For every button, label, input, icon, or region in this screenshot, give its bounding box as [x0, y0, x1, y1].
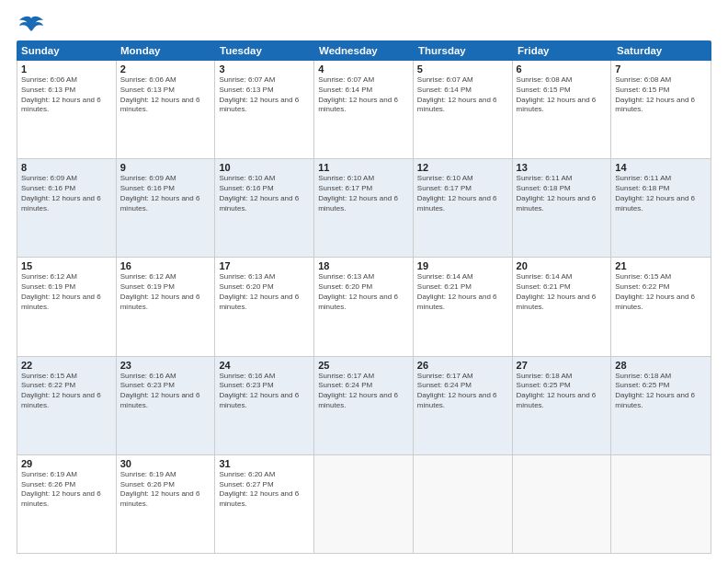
day-number: 11 — [318, 162, 409, 173]
cell-info: Sunrise: 6:09 AMSunset: 6:16 PMDaylight:… — [21, 174, 112, 213]
cell-info: Sunrise: 6:16 AMSunset: 6:23 PMDaylight:… — [219, 372, 310, 411]
cell-info: Sunrise: 6:13 AMSunset: 6:20 PMDaylight:… — [219, 272, 310, 312]
cell-info: Sunrise: 6:07 AMSunset: 6:13 PMDaylight:… — [219, 75, 310, 115]
day-number: 28 — [615, 360, 707, 371]
day-number: 19 — [417, 260, 508, 271]
calendar-cell: 21Sunrise: 6:15 AMSunset: 6:22 PMDayligh… — [611, 258, 711, 355]
calendar-cell: 4Sunrise: 6:07 AMSunset: 6:14 PMDaylight… — [314, 61, 414, 158]
calendar-cell: 10Sunrise: 6:10 AMSunset: 6:16 PMDayligh… — [215, 159, 314, 257]
cell-info: Sunrise: 6:14 AMSunset: 6:21 PMDaylight:… — [517, 272, 608, 312]
cell-info: Sunrise: 6:15 AMSunset: 6:22 PMDaylight:… — [21, 372, 112, 411]
weekday-header-wednesday: Wednesday — [314, 40, 414, 61]
calendar-cell: 16Sunrise: 6:12 AMSunset: 6:19 PMDayligh… — [117, 258, 216, 355]
day-number: 27 — [517, 360, 608, 371]
day-number: 7 — [615, 63, 707, 75]
day-number: 22 — [21, 360, 112, 371]
day-number: 31 — [219, 458, 310, 469]
weekday-header-thursday: Thursday — [414, 40, 513, 61]
cell-info: Sunrise: 6:19 AMSunset: 6:26 PMDaylight:… — [21, 470, 112, 510]
calendar-cell: 29Sunrise: 6:19 AMSunset: 6:26 PMDayligh… — [17, 455, 117, 553]
cell-info: Sunrise: 6:20 AMSunset: 6:27 PMDaylight:… — [219, 470, 310, 510]
cell-info: Sunrise: 6:10 AMSunset: 6:17 PMDaylight:… — [417, 174, 508, 213]
cell-info: Sunrise: 6:11 AMSunset: 6:18 PMDaylight:… — [517, 174, 608, 213]
cell-info: Sunrise: 6:12 AMSunset: 6:19 PMDaylight:… — [120, 272, 211, 312]
cell-info: Sunrise: 6:08 AMSunset: 6:15 PMDaylight:… — [517, 75, 608, 115]
cell-info: Sunrise: 6:07 AMSunset: 6:14 PMDaylight:… — [417, 75, 508, 115]
page-header — [17, 17, 711, 31]
calendar-cell: 28Sunrise: 6:18 AMSunset: 6:25 PMDayligh… — [611, 357, 711, 454]
calendar-cell: 24Sunrise: 6:16 AMSunset: 6:23 PMDayligh… — [215, 357, 314, 454]
cell-info: Sunrise: 6:16 AMSunset: 6:23 PMDaylight:… — [120, 372, 211, 411]
calendar-cell — [513, 455, 612, 553]
weekday-header-sunday: Sunday — [17, 40, 116, 61]
day-number: 8 — [21, 162, 112, 173]
day-number: 15 — [21, 260, 112, 271]
day-number: 10 — [219, 162, 310, 173]
calendar-cell: 14Sunrise: 6:11 AMSunset: 6:18 PMDayligh… — [611, 159, 711, 257]
weekday-header-monday: Monday — [116, 40, 215, 61]
calendar-cell: 1Sunrise: 6:06 AMSunset: 6:13 PMDaylight… — [17, 61, 117, 158]
cell-info: Sunrise: 6:19 AMSunset: 6:26 PMDaylight:… — [120, 470, 211, 510]
cell-info: Sunrise: 6:11 AMSunset: 6:18 PMDaylight:… — [615, 174, 707, 213]
day-number: 26 — [417, 360, 508, 371]
cell-info: Sunrise: 6:18 AMSunset: 6:25 PMDaylight:… — [517, 372, 608, 411]
calendar-cell: 2Sunrise: 6:06 AMSunset: 6:13 PMDaylight… — [117, 61, 216, 158]
logo — [17, 17, 44, 31]
calendar-cell: 3Sunrise: 6:07 AMSunset: 6:13 PMDaylight… — [215, 61, 314, 158]
cell-info: Sunrise: 6:10 AMSunset: 6:16 PMDaylight:… — [219, 174, 310, 213]
calendar-cell: 30Sunrise: 6:19 AMSunset: 6:26 PMDayligh… — [117, 455, 216, 553]
calendar-cell: 31Sunrise: 6:20 AMSunset: 6:27 PMDayligh… — [215, 455, 314, 553]
calendar-cell: 11Sunrise: 6:10 AMSunset: 6:17 PMDayligh… — [314, 159, 414, 257]
day-number: 3 — [219, 63, 310, 75]
day-number: 18 — [318, 260, 409, 271]
calendar-cell: 25Sunrise: 6:17 AMSunset: 6:24 PMDayligh… — [314, 357, 414, 454]
day-number: 13 — [517, 162, 608, 173]
calendar-cell: 5Sunrise: 6:07 AMSunset: 6:14 PMDaylight… — [414, 61, 513, 158]
calendar-cell — [611, 455, 711, 553]
calendar-cell — [414, 455, 513, 553]
calendar-cell: 19Sunrise: 6:14 AMSunset: 6:21 PMDayligh… — [414, 258, 513, 355]
cell-info: Sunrise: 6:17 AMSunset: 6:24 PMDaylight:… — [318, 372, 409, 411]
weekday-header-friday: Friday — [513, 40, 612, 61]
calendar-cell: 7Sunrise: 6:08 AMSunset: 6:15 PMDaylight… — [611, 61, 711, 158]
day-number: 16 — [120, 260, 211, 271]
cell-info: Sunrise: 6:15 AMSunset: 6:22 PMDaylight:… — [615, 272, 707, 312]
calendar-page: SundayMondayTuesdayWednesdayThursdayFrid… — [0, 0, 728, 563]
calendar-cell: 23Sunrise: 6:16 AMSunset: 6:23 PMDayligh… — [117, 357, 216, 454]
cell-info: Sunrise: 6:14 AMSunset: 6:21 PMDaylight:… — [417, 272, 508, 312]
calendar-cell — [314, 455, 414, 553]
calendar-cell: 17Sunrise: 6:13 AMSunset: 6:20 PMDayligh… — [215, 258, 314, 355]
calendar-row-4: 22Sunrise: 6:15 AMSunset: 6:22 PMDayligh… — [17, 357, 711, 455]
weekday-header-saturday: Saturday — [612, 40, 711, 61]
calendar-cell: 22Sunrise: 6:15 AMSunset: 6:22 PMDayligh… — [17, 357, 117, 454]
day-number: 30 — [120, 458, 211, 469]
logo-bird-icon — [18, 15, 44, 35]
day-number: 14 — [615, 162, 707, 173]
calendar-cell: 8Sunrise: 6:09 AMSunset: 6:16 PMDaylight… — [17, 159, 117, 257]
day-number: 29 — [21, 458, 112, 469]
calendar-row-5: 29Sunrise: 6:19 AMSunset: 6:26 PMDayligh… — [17, 455, 711, 553]
calendar-body: 1Sunrise: 6:06 AMSunset: 6:13 PMDaylight… — [17, 61, 711, 554]
cell-info: Sunrise: 6:13 AMSunset: 6:20 PMDaylight:… — [318, 272, 409, 312]
calendar-cell: 12Sunrise: 6:10 AMSunset: 6:17 PMDayligh… — [414, 159, 513, 257]
calendar-row-1: 1Sunrise: 6:06 AMSunset: 6:13 PMDaylight… — [17, 61, 711, 159]
day-number: 2 — [120, 63, 211, 75]
day-number: 24 — [219, 360, 310, 371]
day-number: 6 — [517, 63, 608, 75]
day-number: 1 — [21, 63, 112, 75]
day-number: 21 — [615, 260, 707, 271]
cell-info: Sunrise: 6:08 AMSunset: 6:15 PMDaylight:… — [615, 75, 707, 115]
cell-info: Sunrise: 6:12 AMSunset: 6:19 PMDaylight:… — [21, 272, 112, 312]
day-number: 20 — [517, 260, 608, 271]
cell-info: Sunrise: 6:09 AMSunset: 6:16 PMDaylight:… — [120, 174, 211, 213]
weekday-header-tuesday: Tuesday — [215, 40, 314, 61]
calendar-row-2: 8Sunrise: 6:09 AMSunset: 6:16 PMDaylight… — [17, 159, 711, 258]
cell-info: Sunrise: 6:07 AMSunset: 6:14 PMDaylight:… — [318, 75, 409, 115]
cell-info: Sunrise: 6:06 AMSunset: 6:13 PMDaylight:… — [120, 75, 211, 115]
calendar-cell: 15Sunrise: 6:12 AMSunset: 6:19 PMDayligh… — [17, 258, 117, 355]
calendar-header: SundayMondayTuesdayWednesdayThursdayFrid… — [17, 40, 711, 61]
cell-info: Sunrise: 6:10 AMSunset: 6:17 PMDaylight:… — [318, 174, 409, 213]
cell-info: Sunrise: 6:06 AMSunset: 6:13 PMDaylight:… — [21, 75, 112, 115]
calendar-cell: 13Sunrise: 6:11 AMSunset: 6:18 PMDayligh… — [513, 159, 612, 257]
day-number: 4 — [318, 63, 409, 75]
